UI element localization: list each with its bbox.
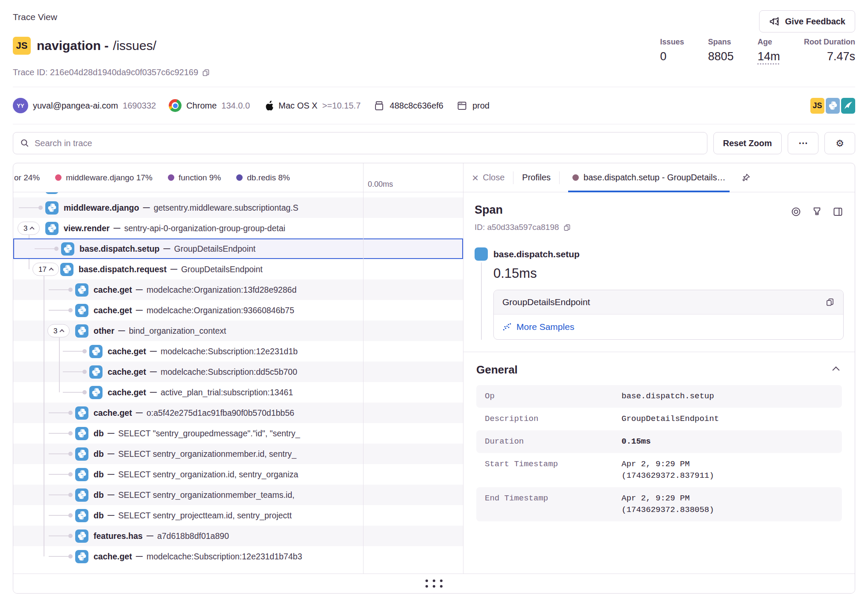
collapse-chip[interactable]: 3 bbox=[18, 222, 40, 235]
tree-guide-line bbox=[44, 276, 44, 556]
apple-icon bbox=[263, 99, 274, 112]
tree-connector bbox=[49, 289, 71, 290]
span-description: active_plan_trial:subscription:13461 bbox=[161, 388, 293, 397]
span-op-name: base.dispatch.setup bbox=[493, 249, 580, 259]
python-icon bbox=[89, 386, 103, 399]
tree-connector bbox=[49, 494, 71, 495]
timeline-tick-label: 0.00ms bbox=[368, 180, 393, 189]
tree-connector bbox=[49, 412, 71, 413]
trace-meta-bar: YY yuval@pangea-ai.com 1690332 Chrome 13… bbox=[0, 87, 868, 124]
span-row[interactable]: 3view.render—sentry-api-0-organization-g… bbox=[13, 218, 463, 238]
tree-guide-line bbox=[59, 338, 60, 392]
trace-toolbar: Reset Zoom ⋯ ⚙ bbox=[0, 124, 868, 154]
span-row[interactable]: cache.get—modelcache:Subscription:12e231… bbox=[13, 341, 463, 362]
trace-stat: Issues0 bbox=[660, 38, 684, 63]
copy-icon[interactable] bbox=[563, 224, 571, 232]
op-desc-separator: — bbox=[136, 553, 143, 560]
more-options-button[interactable]: ⋯ bbox=[788, 132, 818, 154]
page-title: navigation -/issues/ bbox=[37, 38, 156, 53]
span-description: bind_organization_context bbox=[129, 326, 226, 336]
user-email: yuval@pangea-ai.com bbox=[33, 101, 118, 111]
span-row[interactable]: db—SELECT sentry_organizationmember_team… bbox=[13, 485, 463, 505]
collapse-section-icon[interactable] bbox=[833, 366, 840, 374]
give-feedback-label: Give Feedback bbox=[785, 17, 845, 26]
span-op: db bbox=[94, 429, 104, 438]
op-desc-separator: — bbox=[170, 265, 177, 273]
divider bbox=[513, 171, 513, 184]
span-op: cache.get bbox=[108, 388, 146, 397]
chip-count: 17 bbox=[38, 265, 47, 274]
tree-connector bbox=[49, 515, 71, 516]
span-row[interactable]: 17base.dispatch.request—GroupDetailsEndp… bbox=[13, 259, 463, 279]
span-row[interactable]: db—SELECT sentry_projectteam.id, sentry_… bbox=[13, 505, 463, 526]
python-icon bbox=[45, 192, 59, 194]
search-input[interactable] bbox=[35, 138, 700, 148]
kv-key: Start Timestamp bbox=[485, 459, 622, 482]
span-row[interactable]: cache.get—modelcache:Subscription:12e231… bbox=[13, 546, 463, 567]
span-row[interactable]: db—SELECT sentry_organizationmember.id, … bbox=[13, 444, 463, 464]
span-row[interactable]: cache.get—modelcache:Organization:13fd28… bbox=[13, 279, 463, 300]
user-chip: YY yuval@pangea-ai.com 1690332 bbox=[13, 98, 156, 113]
divider bbox=[559, 171, 560, 184]
collapse-chip[interactable]: 3 bbox=[47, 324, 70, 338]
settings-button[interactable]: ⚙ bbox=[824, 132, 855, 154]
span-row[interactable]: 3other—bind_organization_context bbox=[13, 321, 463, 341]
reset-zoom-button[interactable]: Reset Zoom bbox=[713, 132, 782, 154]
copy-icon[interactable] bbox=[825, 297, 835, 307]
give-feedback-button[interactable]: Give Feedback bbox=[759, 10, 855, 32]
span-op: cache.get bbox=[108, 347, 146, 356]
tree-connector bbox=[49, 535, 71, 536]
profiling-samples-icon bbox=[502, 322, 512, 332]
span-row[interactable]: base.dispatch.setup—GroupDetailsEndpoint bbox=[13, 238, 463, 259]
layout-split-icon[interactable] bbox=[832, 206, 844, 218]
span-row[interactable]: middleware.django—getsentry.middleware.s… bbox=[13, 197, 463, 218]
span-row[interactable]: features.has—a7d618b8df01a890 bbox=[13, 526, 463, 546]
collapse-chip[interactable]: 17 bbox=[32, 263, 59, 276]
span-row[interactable]: cache.get—modelcache:Organization:936608… bbox=[13, 300, 463, 321]
megaphone-icon bbox=[769, 16, 780, 27]
python-icon bbox=[75, 283, 88, 297]
span-description: modelcache:Subscription:12e231d1b bbox=[161, 347, 298, 356]
focus-span-icon[interactable] bbox=[790, 206, 802, 218]
timeline-header: 0.00ms bbox=[363, 163, 463, 192]
trace-id-label: Trace ID: 216e04d28d1940da9c0f0357c6c921… bbox=[13, 68, 198, 77]
span-op: base.dispatch.setup bbox=[79, 244, 159, 254]
span-row[interactable]: cache.get—o:a5f42e275d1ac91fba90f0b570d1… bbox=[13, 403, 463, 423]
chip-count: 3 bbox=[53, 326, 57, 335]
more-samples-link[interactable]: More Samples bbox=[516, 322, 574, 332]
op-desc-separator: — bbox=[150, 368, 157, 376]
pin-tab-icon[interactable] bbox=[738, 170, 754, 185]
stat-label: Age bbox=[757, 38, 772, 47]
search-box[interactable] bbox=[13, 132, 707, 154]
trace-waterfall: or 24%middleware.django 17%function 9%db… bbox=[13, 163, 463, 574]
span-row[interactable]: cache.get—modelcache:Subscription:dd5c5b… bbox=[13, 362, 463, 382]
span-op: db bbox=[94, 490, 104, 500]
span-description: o:a5f42e275d1ac91fba90f0b570d1bb56 bbox=[147, 408, 294, 418]
timeline-divider bbox=[363, 192, 364, 574]
drag-handle[interactable] bbox=[425, 579, 443, 588]
profile-funnel-icon[interactable] bbox=[811, 206, 823, 218]
tab-span-active[interactable]: base.dispatch.setup - GroupDetails… bbox=[568, 163, 730, 192]
avatar: YY bbox=[13, 98, 28, 113]
span-row[interactable]: cache.get—active_plan_trial:subscription… bbox=[13, 382, 463, 403]
stat-value[interactable]: 14m bbox=[757, 50, 780, 63]
span-row[interactable]: db—SELECT "sentry_groupedmessage"."id", … bbox=[13, 423, 463, 444]
browser-name: Chrome bbox=[186, 101, 217, 111]
table-row-partial bbox=[13, 192, 463, 197]
stat-value: 8805 bbox=[708, 50, 733, 63]
device-id: 488c8c636ef6 bbox=[390, 101, 443, 111]
op-desc-separator: — bbox=[108, 471, 114, 478]
os-version: >=10.15.7 bbox=[322, 101, 361, 111]
js-platform-icon: JS bbox=[13, 37, 31, 55]
span-description-card: GroupDetailsEndpoint bbox=[493, 290, 844, 340]
span-description: SELECT "sentry_groupedmessage"."id", "se… bbox=[118, 429, 300, 438]
span-description: modelcache:Subscription:dd5c5b700 bbox=[161, 367, 297, 377]
kv-key: Op bbox=[485, 391, 622, 402]
copy-icon[interactable] bbox=[202, 68, 210, 77]
span-row[interactable]: db—SELECT sentry_organization.id, sentry… bbox=[13, 464, 463, 485]
op-desc-separator: — bbox=[108, 491, 114, 499]
legend-item: function 9% bbox=[168, 173, 221, 182]
close-tab-button[interactable]: × Close bbox=[472, 173, 504, 182]
python-icon bbox=[61, 242, 74, 256]
tab-profiles[interactable]: Profiles bbox=[522, 173, 551, 182]
